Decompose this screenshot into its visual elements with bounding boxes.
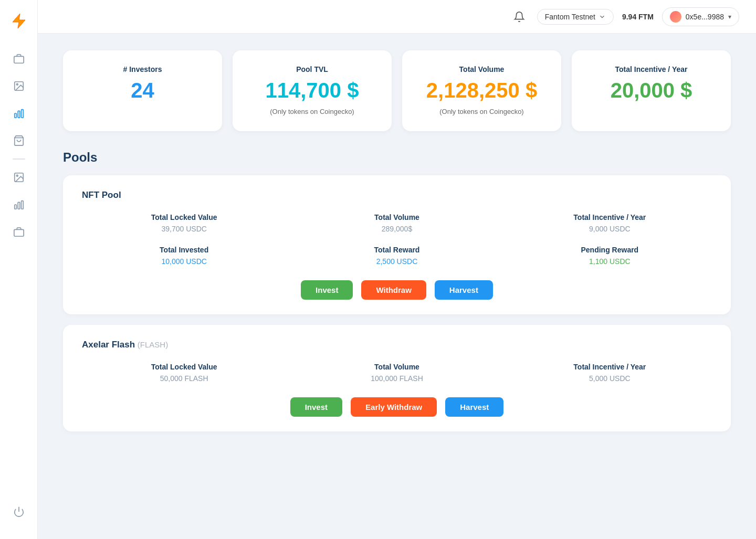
pool-stat-3: Total Invested 10,000 USDC (82, 246, 286, 266)
svg-point-2 (16, 83, 18, 85)
svg-rect-12 (14, 229, 23, 236)
svg-rect-3 (14, 113, 16, 118)
stat-card-volume: Total Volume 2,128,250 $ (Only tokens on… (402, 50, 561, 131)
stat-value-investors: 24 (131, 80, 154, 101)
svg-point-8 (16, 175, 18, 176)
sidebar-item-charts[interactable] (7, 193, 30, 216)
network-label: Fantom Testnet (545, 13, 595, 21)
stat-label-tvl: Pool TVL (296, 65, 328, 73)
header: Fantom Testnet 9.94 FTM 0x5e...9988 ▾ (38, 0, 756, 34)
pool-ticker-flash: (FLASH) (138, 340, 168, 349)
wallet-selector[interactable]: 0x5e...9988 ▾ (662, 7, 739, 26)
sidebar-nav (7, 47, 30, 500)
stat-card-incentive: Total Incentive / Year 20,000 $ (572, 50, 731, 131)
stat-note-tvl: (Only tokens on Coingecko) (270, 107, 354, 117)
stats-row: # Investors 24 Pool TVL 114,700 $ (Only … (63, 50, 731, 131)
pool-stat-flash-1: Total Volume 100,000 FLASH (295, 363, 499, 383)
invest-button-flash[interactable]: Invest (290, 397, 342, 417)
network-selector[interactable]: Fantom Testnet (537, 9, 614, 25)
stat-card-investors: # Investors 24 (63, 50, 222, 131)
sidebar (0, 0, 38, 539)
withdraw-button-nft[interactable]: Withdraw (361, 280, 426, 300)
pool-name-nft: NFT Pool (82, 190, 712, 200)
pool-stat-5: Pending Reward 1,100 USDC (508, 246, 712, 266)
page-content: # Investors 24 Pool TVL 114,700 $ (Only … (38, 34, 756, 539)
chevron-down-icon (598, 13, 606, 20)
stat-note-volume: (Only tokens on Coingecko) (439, 107, 523, 117)
pool-stat-flash-2: Total Incentive / Year 5,000 USDC (508, 363, 712, 383)
sidebar-item-power[interactable] (7, 500, 30, 523)
early-withdraw-button-flash[interactable]: Early Withdraw (351, 397, 437, 417)
pool-stat-flash-0: Total Locked Value 50,000 FLASH (82, 363, 286, 383)
stat-value-volume: 2,128,250 $ (426, 80, 537, 101)
stat-value-incentive: 20,000 $ (611, 80, 692, 101)
svg-rect-0 (14, 56, 23, 63)
pool-name-flash: Axelar Flash (FLASH) (82, 340, 712, 350)
svg-rect-10 (18, 202, 20, 209)
pools-section-title: Pools (63, 150, 731, 165)
harvest-button-flash[interactable]: Harvest (445, 397, 503, 417)
stat-label-incentive: Total Incentive / Year (615, 65, 688, 73)
pool-card-nft: NFT Pool Total Locked Value 39,700 USDC … (63, 175, 731, 314)
svg-rect-9 (14, 205, 16, 209)
stat-label-investors: # Investors (123, 65, 162, 73)
stat-value-tvl: 114,700 $ (266, 80, 359, 101)
pool-stat-4: Total Reward 2,500 USDC (295, 246, 499, 266)
notification-bell[interactable] (510, 7, 529, 26)
sidebar-item-nft[interactable] (7, 75, 30, 98)
svg-rect-4 (18, 111, 20, 118)
pool-stats-grid-nft: Total Locked Value 39,700 USDC Total Vol… (82, 213, 712, 266)
wallet-avatar (670, 11, 681, 23)
sidebar-item-portfolio2[interactable] (7, 220, 30, 244)
sidebar-item-bag[interactable] (7, 129, 30, 152)
stat-card-tvl: Pool TVL 114,700 $ (Only tokens on Coing… (233, 50, 392, 131)
balance-display: 9.94 FTM (622, 13, 654, 21)
main-content: Fantom Testnet 9.94 FTM 0x5e...9988 ▾ # … (38, 0, 756, 539)
harvest-button-nft[interactable]: Harvest (435, 280, 493, 300)
sidebar-item-portfolio[interactable] (7, 47, 30, 70)
pool-stats-grid-flash: Total Locked Value 50,000 FLASH Total Vo… (82, 363, 712, 383)
invest-button-nft[interactable]: Invest (301, 280, 353, 300)
sidebar-bottom (7, 500, 30, 529)
stat-label-volume: Total Volume (459, 65, 505, 73)
pool-stat-2: Total Incentive / Year 9,000 USDC (508, 213, 712, 233)
brand-logo (8, 10, 29, 31)
pool-stat-0: Total Locked Value 39,700 USDC (82, 213, 286, 233)
pool-stat-1: Total Volume 289,000$ (295, 213, 499, 233)
sidebar-divider (13, 158, 25, 160)
pool-actions-flash: Invest Early Withdraw Harvest (82, 397, 712, 417)
wallet-address: 0x5e...9988 (686, 13, 724, 21)
pool-card-flash: Axelar Flash (FLASH) Total Locked Value … (63, 325, 731, 431)
pool-actions-nft: Invest Withdraw Harvest (82, 280, 712, 300)
svg-rect-5 (21, 110, 23, 118)
sidebar-item-analytics[interactable] (7, 102, 30, 125)
svg-rect-11 (21, 201, 23, 209)
wallet-chevron-icon: ▾ (728, 13, 731, 20)
sidebar-item-gallery[interactable] (7, 166, 30, 189)
